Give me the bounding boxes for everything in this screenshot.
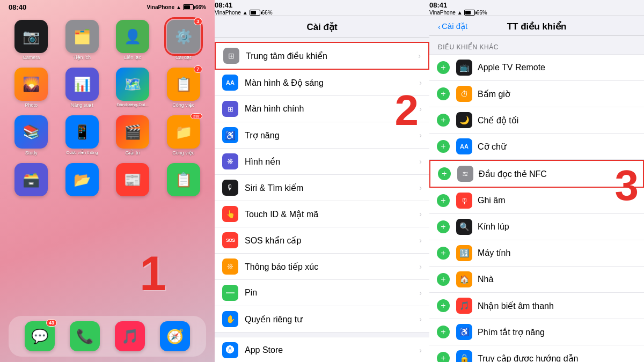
settings-row-thong-bao[interactable]: ❊ Thông báo tiếp xúc › <box>215 254 429 280</box>
settings-row-app-store[interactable]: 🅐 App Store › <box>215 337 429 362</box>
app-label-nangquat: Năng suất <box>71 102 93 108</box>
app-icon-danduong[interactable]: 🗺️ <box>116 68 149 101</box>
app-misc4[interactable]: 📋 <box>162 163 206 196</box>
icon-truy-cap: 🔒 <box>456 350 472 362</box>
control-row-nhan-biet[interactable]: + 🎵 Nhận biết âm thanh <box>429 293 644 319</box>
add-btn-che-do-toi[interactable]: + <box>437 114 450 127</box>
settings-row-tro-nang[interactable]: ♿ Trợ năng › <box>215 122 429 149</box>
label-app-store: App Store <box>245 345 419 355</box>
app-folder4[interactable]: 📁 232 Công việc <box>162 115 206 156</box>
app-icon-giaitri[interactable]: 🎬 <box>116 115 149 149</box>
app-camera[interactable]: 📷 Camera <box>10 20 53 60</box>
app-study[interactable]: 📚 Study <box>10 115 53 156</box>
icon-man-chinh: ⊞ <box>222 101 238 117</box>
app-cuocvien[interactable]: 📱 Cước viễn thông <box>61 115 104 156</box>
settings-row-man-chinh[interactable]: ⊞ Màn hình chính › <box>215 96 429 122</box>
add-btn-may-tinh[interactable]: + <box>437 247 450 260</box>
add-btn-phim-tat[interactable]: + <box>437 326 450 338</box>
add-btn-co-chu[interactable]: + <box>437 140 450 153</box>
control-row-kinh-lup[interactable]: + 🔍 Kính lúp <box>429 214 644 240</box>
label-kinh-lup: Kính lúp <box>478 222 636 232</box>
control-row-may-tinh[interactable]: + 🔢 Máy tính <box>429 240 644 267</box>
arrow-touch-id: › <box>419 210 422 218</box>
app-settings[interactable]: ⚙️ 3 Cài đặt <box>162 20 206 60</box>
control-row-co-chu[interactable]: + AA Cỡ chữ <box>429 134 644 160</box>
app-icon-folder4[interactable]: 📁 232 <box>167 115 200 149</box>
control-row-nha[interactable]: + 🏠 Nhà <box>429 267 644 293</box>
control-row-che-do-toi[interactable]: + 🌙 Chế độ tối <box>429 107 644 134</box>
dock-safari[interactable]: 🧭 <box>160 321 190 351</box>
control-navbar: ‹ Cài đặt TT điều khiển <box>429 16 644 36</box>
add-btn-truy-cap[interactable]: + <box>437 352 450 362</box>
add-btn-ghi-am[interactable]: + <box>437 194 450 207</box>
app-icon-cuocvien[interactable]: 📱 <box>65 115 99 149</box>
app-icon-misc4[interactable]: 📋 <box>167 163 200 196</box>
app-utilities[interactable]: 🗂️ Tiện ích <box>61 20 104 60</box>
app-nangquat[interactable]: 📊 Năng suất <box>61 68 104 108</box>
icon-siri: 🎙 <box>222 180 238 196</box>
settings-row-pin[interactable]: — Pin › <box>215 280 429 306</box>
settings-row-do-sang[interactable]: AA Màn hình & Độ sáng › <box>215 70 429 96</box>
back-chevron-icon: ‹ <box>438 22 441 31</box>
back-button[interactable]: ‹ Cài đặt <box>438 21 467 31</box>
app-icon-utilities[interactable]: 🗂️ <box>65 20 99 53</box>
arrow-do-sang: › <box>419 78 422 87</box>
icon-tro-nang: ♿ <box>222 127 238 143</box>
app-misc1[interactable]: 🗃️ <box>10 163 53 196</box>
app-congviec1[interactable]: 📋 7 Công việc <box>162 68 206 108</box>
app-icon-nangquat[interactable]: 📊 <box>65 68 99 101</box>
control-row-ghi-am[interactable]: + 🎙 Ghi âm <box>429 188 644 214</box>
app-danduong[interactable]: 🗺️ Đânđường-Dul... <box>111 68 155 108</box>
settings-row-sos[interactable]: SOS SOS khẩn cấp › <box>215 227 429 254</box>
dock-phone[interactable]: 📞 <box>70 321 100 351</box>
add-btn-nfc[interactable]: + <box>438 167 451 180</box>
control-row-bam-gio[interactable]: + ⏱ Bấm giờ <box>429 81 644 107</box>
app-contacts[interactable]: 👤 Liên lạc <box>111 20 155 60</box>
settings-row-hinh-nen[interactable]: ❋ Hình nền › <box>215 149 429 175</box>
app-icon-misc2[interactable]: 📂 <box>65 163 99 196</box>
control-row-apple-tv[interactable]: + 📺 Apple TV Remote <box>429 54 644 81</box>
arrow-app-store: › <box>419 346 422 354</box>
dock-messages[interactable]: 💬 43 <box>25 321 55 351</box>
app-icon-study[interactable]: 📚 <box>14 115 48 149</box>
app-icon-photo[interactable]: 🌄 <box>14 68 48 101</box>
app-icon-congviec1[interactable]: 📋 7 <box>167 68 200 101</box>
app-misc2[interactable]: 📂 <box>61 163 104 196</box>
app-giaitri[interactable]: 🎬 Giải trí <box>111 115 155 156</box>
control-row-phim-tat[interactable]: + ♿ Phím tắt trợ năng <box>429 319 644 345</box>
app-icon-misc3[interactable]: 📰 <box>116 163 149 196</box>
app-icon-contacts[interactable]: 👤 <box>116 20 149 53</box>
icon-thong-bao: ❊ <box>222 258 238 275</box>
time-control: 08:41 <box>429 1 447 9</box>
settings-row-trung-tam[interactable]: ⊞ Trung tâm điều khiển › <box>215 42 429 70</box>
app-misc3[interactable]: 📰 <box>111 163 155 196</box>
app-icon-settings[interactable]: ⚙️ 3 <box>167 20 200 53</box>
dock-music[interactable]: 🎵 <box>115 321 145 351</box>
settings-row-siri[interactable]: 🎙 Siri & Tìm kiếm › <box>215 175 429 201</box>
control-row-nfc[interactable]: + ≋ Đầu đọc thẻ NFC <box>429 160 644 188</box>
add-btn-bam-gio[interactable]: + <box>437 87 450 100</box>
app-label-photo: Photo <box>25 102 38 108</box>
app-icon-camera[interactable]: 📷 <box>14 20 48 53</box>
add-btn-nhan-biet[interactable]: + <box>437 299 450 312</box>
app-photo[interactable]: 🌄 Photo <box>10 68 53 108</box>
add-btn-nha[interactable]: + <box>437 273 450 286</box>
icon-nhan-biet: 🎵 <box>456 298 472 314</box>
congviec-badge: 7 <box>194 65 202 73</box>
label-touch-id: Touch ID & Mật mã <box>245 209 419 219</box>
messages-badge: 43 <box>46 319 57 327</box>
battery-icon-home <box>183 4 194 10</box>
add-btn-kinh-lup[interactable]: + <box>437 220 450 233</box>
app-icon-misc1[interactable]: 🗃️ <box>14 163 48 196</box>
add-btn-apple-tv[interactable]: + <box>437 61 450 74</box>
icon-ghi-am: 🎙 <box>456 193 472 209</box>
icon-che-do-toi: 🌙 <box>456 112 472 128</box>
battery-pct-settings: 66% <box>262 10 273 16</box>
arrow-tro-nang: › <box>419 131 422 139</box>
label-pin: Pin <box>245 288 419 298</box>
control-row-truy-cap[interactable]: + 🔒 Truy cập được hướng dẫn <box>429 345 644 362</box>
arrow-siri: › <box>419 183 422 192</box>
app-label-study: Study <box>25 150 38 156</box>
settings-row-touch-id[interactable]: 👆 Touch ID & Mật mã › <box>215 201 429 227</box>
settings-row-quyen-rieng[interactable]: ✋ Quyền riêng tư › <box>215 306 429 333</box>
